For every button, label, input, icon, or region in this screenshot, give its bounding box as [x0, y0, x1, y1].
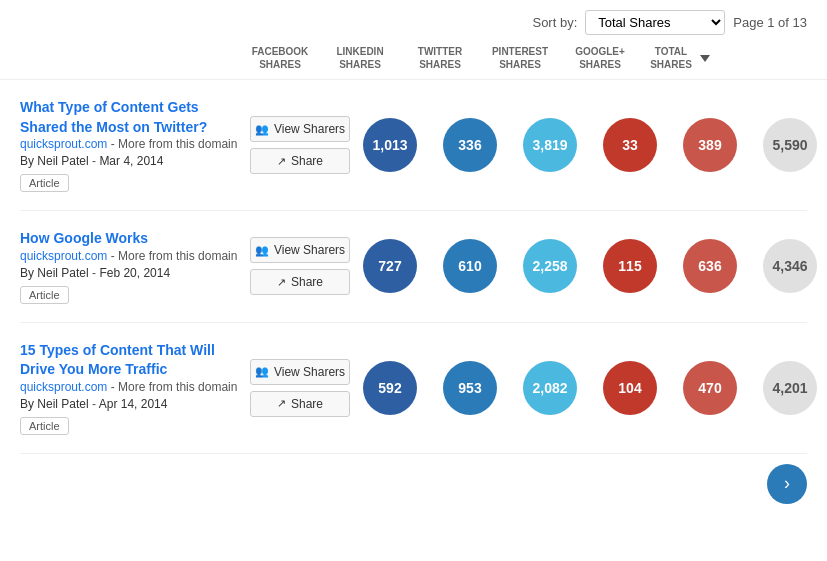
pinterest-stat: 33 [590, 118, 670, 172]
article-tag: Article [20, 174, 69, 192]
top-bar: Sort by: Total Shares Facebook Shares Tw… [0, 0, 827, 45]
article-stats: 727 610 2,258 115 636 4,346 [350, 239, 827, 293]
pinterest-circle: 104 [603, 361, 657, 415]
pinterest-circle: 115 [603, 239, 657, 293]
facebook-circle: 727 [363, 239, 417, 293]
googleplus-stat: 636 [670, 239, 750, 293]
googleplus-circle: 636 [683, 239, 737, 293]
facebook-stat: 727 [350, 239, 430, 293]
article-actions: 👥 View Sharers ↗ Share [240, 359, 350, 417]
total-stat: 4,201 [750, 361, 827, 415]
sort-select[interactable]: Total Shares Facebook Shares Twitter Sha… [585, 10, 725, 35]
twitter-circle: 3,819 [523, 118, 577, 172]
total-stat: 4,346 [750, 239, 827, 293]
sharers-icon: 👥 [255, 244, 269, 257]
col-header-total: TOTALSHARES [640, 45, 720, 71]
table-row: 15 Types of Content That Will Drive You … [20, 323, 807, 454]
sharers-icon: 👥 [255, 123, 269, 136]
col-header-twitter: TWITTERSHARES [400, 45, 480, 71]
bottom-nav: › [0, 454, 827, 514]
googleplus-stat: 389 [670, 118, 750, 172]
column-headers: FACEBOOKSHARES LINKEDINSHARES TWITTERSHA… [0, 45, 827, 80]
table-row: How Google Works quicksprout.com - More … [20, 211, 807, 323]
total-stat: 5,590 [750, 118, 827, 172]
linkedin-stat: 336 [430, 118, 510, 172]
linkedin-circle: 610 [443, 239, 497, 293]
article-meta: quicksprout.com - More from this domain [20, 137, 240, 151]
article-domain[interactable]: quicksprout.com [20, 380, 107, 394]
share-button[interactable]: ↗ Share [250, 269, 350, 295]
twitter-stat: 2,082 [510, 361, 590, 415]
next-page-button[interactable]: › [767, 464, 807, 504]
pinterest-stat: 104 [590, 361, 670, 415]
linkedin-stat: 610 [430, 239, 510, 293]
article-tag: Article [20, 417, 69, 435]
col-header-linkedin: LINKEDINSHARES [320, 45, 400, 71]
article-title[interactable]: 15 Types of Content That Will Drive You … [20, 342, 215, 378]
linkedin-circle: 953 [443, 361, 497, 415]
article-actions: 👥 View Sharers ↗ Share [240, 116, 350, 174]
article-stats: 1,013 336 3,819 33 389 5,590 [350, 118, 827, 172]
sharers-icon: 👥 [255, 365, 269, 378]
col-header-googleplus: GOOGLE+SHARES [560, 45, 640, 71]
sort-arrow-icon [700, 55, 710, 62]
article-stats: 592 953 2,082 104 470 4,201 [350, 361, 827, 415]
facebook-stat: 592 [350, 361, 430, 415]
share-button[interactable]: ↗ Share [250, 148, 350, 174]
more-from-domain: - More from this domain [107, 249, 237, 263]
facebook-stat: 1,013 [350, 118, 430, 172]
facebook-circle: 592 [363, 361, 417, 415]
total-circle: 5,590 [763, 118, 817, 172]
article-info: What Type of Content Gets Shared the Mos… [20, 98, 240, 192]
total-circle: 4,201 [763, 361, 817, 415]
more-from-domain: - More from this domain [107, 137, 237, 151]
page-info: Page 1 of 13 [733, 15, 807, 30]
article-actions: 👥 View Sharers ↗ Share [240, 237, 350, 295]
article-title[interactable]: How Google Works [20, 230, 148, 246]
share-button[interactable]: ↗ Share [250, 391, 350, 417]
col-header-pinterest: PINTERESTSHARES [480, 45, 560, 71]
article-domain[interactable]: quicksprout.com [20, 249, 107, 263]
article-info: 15 Types of Content That Will Drive You … [20, 341, 240, 435]
googleplus-stat: 470 [670, 361, 750, 415]
article-title[interactable]: What Type of Content Gets Shared the Mos… [20, 99, 207, 135]
article-meta: quicksprout.com - More from this domain [20, 380, 240, 394]
sort-label: Sort by: [532, 15, 577, 30]
col-header-facebook: FACEBOOKSHARES [240, 45, 320, 71]
twitter-stat: 3,819 [510, 118, 590, 172]
view-sharers-button[interactable]: 👥 View Sharers [250, 237, 350, 263]
linkedin-circle: 336 [443, 118, 497, 172]
article-author: By Neil Patel - Feb 20, 2014 [20, 266, 240, 280]
facebook-circle: 1,013 [363, 118, 417, 172]
share-icon: ↗ [277, 276, 286, 289]
googleplus-circle: 389 [683, 118, 737, 172]
googleplus-circle: 470 [683, 361, 737, 415]
articles-list: What Type of Content Gets Shared the Mos… [0, 80, 827, 454]
share-icon: ↗ [277, 155, 286, 168]
pinterest-stat: 115 [590, 239, 670, 293]
twitter-stat: 2,258 [510, 239, 590, 293]
view-sharers-button[interactable]: 👥 View Sharers [250, 359, 350, 385]
twitter-circle: 2,258 [523, 239, 577, 293]
total-circle: 4,346 [763, 239, 817, 293]
view-sharers-button[interactable]: 👥 View Sharers [250, 116, 350, 142]
pinterest-circle: 33 [603, 118, 657, 172]
more-from-domain: - More from this domain [107, 380, 237, 394]
linkedin-stat: 953 [430, 361, 510, 415]
twitter-circle: 2,082 [523, 361, 577, 415]
article-info: How Google Works quicksprout.com - More … [20, 229, 240, 304]
article-domain[interactable]: quicksprout.com [20, 137, 107, 151]
article-meta: quicksprout.com - More from this domain [20, 249, 240, 263]
table-row: What Type of Content Gets Shared the Mos… [20, 80, 807, 211]
article-author: By Neil Patel - Apr 14, 2014 [20, 397, 240, 411]
article-tag: Article [20, 286, 69, 304]
share-icon: ↗ [277, 397, 286, 410]
article-author: By Neil Patel - Mar 4, 2014 [20, 154, 240, 168]
